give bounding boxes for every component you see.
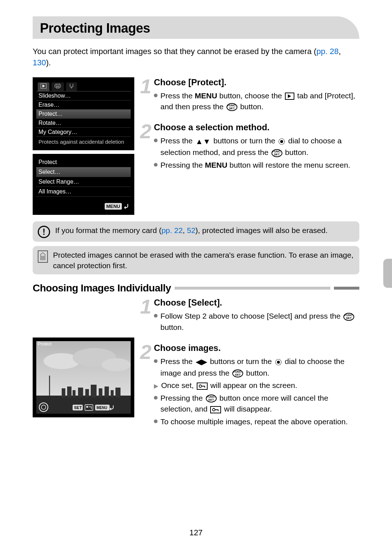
- svg-rect-2: [56, 83, 60, 85]
- submenu-item-allimages: All Images…: [36, 187, 131, 197]
- svg-text:MENU: MENU: [97, 406, 107, 410]
- divider: [175, 287, 330, 290]
- func-set-icon: FUNC.SET: [343, 313, 355, 321]
- step-3: 1 Choose [Select]. Follow Step 2 above t…: [143, 298, 359, 333]
- title-bar: Protecting Images: [33, 16, 359, 39]
- svg-rect-11: [49, 376, 50, 397]
- dial-icon: [274, 359, 283, 366]
- step-number-1b: 1: [140, 295, 151, 318]
- menu-item-protect: Protect…: [36, 110, 131, 119]
- dial-icon: [277, 138, 286, 145]
- page-link-52[interactable]: 52: [187, 226, 195, 234]
- menu-item-mycategory: My Category…: [36, 128, 131, 137]
- key-icon: [196, 383, 208, 390]
- step-number-1: 1: [140, 74, 151, 98]
- menu-back-label: MENU: [105, 203, 122, 210]
- page-link-28[interactable]: pp. 28: [317, 47, 339, 56]
- svg-rect-18: [85, 389, 89, 397]
- func-set-icon: FUNC.SET: [271, 149, 283, 157]
- page-link-22[interactable]: pp. 22: [162, 226, 183, 234]
- svg-text:Protect: Protect: [38, 342, 52, 347]
- step-2: 2 Choose a selection method. Press the ▲…: [143, 122, 359, 171]
- lcd-screenshot-menu: Slideshow… Erase… Protect… Rotate… My Ca…: [33, 77, 134, 150]
- step-4: 2 Choose images. Press the ◀▶ buttons or…: [143, 343, 359, 427]
- svg-point-36: [213, 408, 215, 411]
- func-set-icon: FUNC.SET: [205, 394, 217, 402]
- key-icon: [209, 406, 222, 413]
- svg-rect-15: [67, 387, 72, 397]
- svg-text:SET: SET: [74, 405, 82, 410]
- svg-rect-23: [115, 388, 121, 397]
- pencil-icon: [38, 250, 48, 263]
- svg-rect-14: [62, 388, 65, 397]
- step-number-2b: 2: [140, 340, 151, 364]
- menu-button-label: MENU: [195, 91, 217, 100]
- info-note: Protected images cannot be erased with t…: [33, 246, 359, 275]
- step-1: 1 Choose [Protect]. Press the MENU butto…: [143, 77, 359, 113]
- svg-marker-1: [42, 85, 45, 87]
- intro-text: You can protect important images so that…: [33, 46, 359, 69]
- svg-rect-22: [111, 390, 114, 397]
- submenu-title: Protect: [36, 158, 131, 167]
- page-title: Protecting Images: [40, 21, 352, 36]
- info-note-text: Protected images cannot be erased with t…: [53, 250, 354, 271]
- submenu-item-selectrange: Select Range…: [36, 177, 131, 187]
- lcd-screenshot-image: Protect SET MENU: [33, 338, 134, 417]
- lcd-screenshot-protect: Protect Select… Select Range… All Images…: [33, 154, 134, 215]
- svg-point-6: [280, 140, 283, 143]
- svg-rect-20: [99, 388, 102, 397]
- up-down-icon: ▲▼: [195, 136, 212, 147]
- submenu-item-select: Select…: [36, 167, 131, 177]
- svg-rect-19: [91, 385, 97, 397]
- svg-rect-13: [36, 396, 131, 414]
- back-arrow-icon: [123, 203, 129, 209]
- warning-note: ! If you format the memory card (pp. 22,…: [33, 221, 359, 242]
- menu-button-label: MENU: [205, 161, 228, 169]
- func-set-icon: FUNC.SET: [226, 103, 238, 111]
- menu-item-slideshow: Slideshow…: [36, 91, 131, 101]
- svg-rect-16: [73, 390, 75, 397]
- step-4-title: Choose images.: [154, 343, 359, 353]
- page-number: 127: [0, 528, 392, 537]
- step-2-title: Choose a selection method.: [154, 122, 359, 132]
- svg-point-35: [199, 385, 201, 387]
- subheading: Choosing Images Individually: [33, 282, 171, 294]
- playback-tab-icon: [284, 93, 295, 100]
- svg-rect-21: [105, 387, 109, 397]
- left-right-icon: ◀▶: [195, 356, 208, 367]
- menu-item-erase: Erase…: [36, 101, 131, 110]
- warning-icon: !: [38, 226, 50, 238]
- divider-accent: [334, 287, 359, 290]
- step-1-title: Choose [Protect].: [154, 77, 359, 87]
- svg-rect-17: [78, 388, 83, 397]
- thumb-tab: [383, 259, 392, 288]
- svg-point-10: [102, 358, 131, 371]
- step-number-2: 2: [140, 119, 151, 143]
- svg-rect-3: [55, 85, 61, 87]
- playback-tab-icon: [38, 82, 49, 91]
- tools-tab-icon: [66, 82, 77, 91]
- menu-hint: Protects against accidental deletion: [36, 137, 131, 147]
- result-arrow-icon: ▶: [154, 382, 158, 391]
- svg-point-34: [277, 361, 280, 364]
- func-set-icon: FUNC.SET: [232, 369, 244, 377]
- svg-point-30: [86, 406, 88, 408]
- print-tab-icon: [52, 82, 64, 91]
- page-link-130[interactable]: 130: [33, 58, 46, 67]
- menu-item-rotate: Rotate…: [36, 119, 131, 128]
- step-3-title: Choose [Select].: [154, 298, 359, 308]
